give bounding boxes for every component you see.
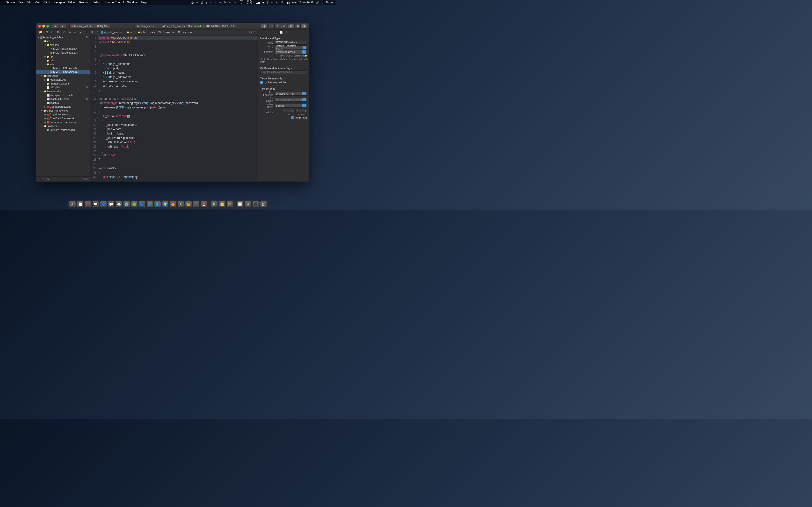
- toggle-inspectors-button[interactable]: ◨: [301, 24, 307, 29]
- status-graph-icon[interactable]: ▁▃▅: [254, 1, 260, 4]
- disclosure-icon[interactable]: ▼: [41, 110, 43, 112]
- tree-row[interactable]: ⚙️keynote_watcher.app: [36, 128, 90, 132]
- editor-standard-button[interactable]: {}: [261, 24, 267, 29]
- debug-navigator-tab[interactable]: ⏛: [74, 31, 76, 34]
- disclosure-icon[interactable]: ▶: [44, 106, 46, 108]
- status-fan-icon[interactable]: ✳︎: [196, 1, 198, 4]
- project-navigator-tab[interactable]: 📁: [39, 31, 42, 34]
- disclosure-icon[interactable]: ▼: [37, 36, 40, 38]
- status-battery2-icon[interactable]: ▯: [322, 1, 323, 4]
- status-wifi-icon[interactable]: ⌔: [271, 1, 273, 4]
- window-close-button[interactable]: [38, 25, 41, 27]
- activity-warning-badge[interactable]: ⚠ 1: [230, 25, 235, 27]
- dock-item[interactable]: 💬: [93, 201, 99, 207]
- dock-item[interactable]: ⬛: [253, 201, 259, 207]
- dock-item[interactable]: A: [177, 201, 184, 207]
- tree-row[interactable]: ▼📁Products: [36, 124, 90, 128]
- menu-scm[interactable]: Source Control: [105, 1, 124, 4]
- menu-edit[interactable]: Edit: [27, 1, 32, 4]
- lineendings-popup[interactable]: No Explicit Line Endings⌃⌄: [275, 98, 307, 102]
- navigator-filter-input[interactable]: [45, 178, 81, 180]
- status-cloud-icon[interactable]: ☁︎: [229, 1, 231, 4]
- tree-row[interactable]: ▶🧰Foundation.framework: [36, 120, 90, 124]
- menu-navigate[interactable]: Navigate: [53, 1, 65, 4]
- tree-row[interactable]: ▶📁ftp: [36, 55, 90, 58]
- toggle-debug-button[interactable]: ⬓: [294, 24, 301, 29]
- status-weather-icon[interactable]: ☁︎: [275, 1, 278, 4]
- disclosure-icon[interactable]: ▼: [41, 75, 43, 77]
- tree-row[interactable]: ⬜libssh.4.4.2.dylibM: [36, 97, 90, 101]
- dock-item[interactable]: 🔵: [139, 201, 145, 207]
- scm-navigator-tab[interactable]: ⊞: [46, 31, 48, 34]
- status-timemachine-icon[interactable]: ↻: [224, 1, 226, 4]
- dock-item[interactable]: 🟢: [131, 201, 138, 207]
- jumpbar-crumb-project[interactable]: 📘keynote_watcher: [101, 31, 122, 34]
- dock-item[interactable]: 🗑: [260, 201, 266, 207]
- dock-item[interactable]: 🌐: [154, 201, 161, 207]
- status-music-icon[interactable]: ♫: [215, 1, 216, 4]
- tree-row[interactable]: 📁misc: [36, 58, 90, 62]
- toggle-navigator-button[interactable]: ◧: [288, 24, 294, 29]
- status-list-icon[interactable]: ≡: [331, 1, 333, 4]
- folder-icon[interactable]: 📁: [304, 55, 307, 57]
- quickhelp-inspector-tab[interactable]: ?: [286, 31, 288, 34]
- add-icon[interactable]: ＋: [38, 177, 40, 181]
- status-display-icon[interactable]: ▭: [234, 1, 236, 4]
- dock-item[interactable]: 📒: [219, 201, 225, 207]
- scheme-selector[interactable]: ◑ keynote_watcher 〉 🖥 My Mac: [69, 24, 110, 29]
- tree-row[interactable]: ▼📁src: [36, 39, 90, 43]
- status-volume-icon[interactable]: 🔊: [316, 1, 319, 4]
- dock-item[interactable]: 🌐: [147, 201, 153, 207]
- dock-item[interactable]: 📊: [237, 201, 243, 207]
- source-editor[interactable]: 1234567891011121314151617181920212223242…: [90, 35, 258, 181]
- dock-item[interactable]: 🌍: [162, 201, 168, 207]
- target-checkbox[interactable]: ✓: [260, 81, 263, 84]
- status-temp[interactable]: 18°: [280, 1, 285, 4]
- tree-row[interactable]: 📁Images.xcassets: [36, 81, 90, 86]
- dock-item[interactable]: 🖥: [211, 201, 217, 207]
- location-popup[interactable]: Relative to Group⌃⌄: [275, 50, 307, 54]
- tree-row[interactable]: ▼📁resources: [36, 74, 90, 78]
- disclosure-icon[interactable]: ▶: [44, 121, 46, 123]
- related-items-icon[interactable]: ⊞: [91, 31, 93, 34]
- jumpbar-crumb-src[interactable]: 📁src: [126, 31, 133, 34]
- name-field[interactable]: MMGSSHSession.m: [275, 41, 307, 45]
- jumpbar-crumb-ssh[interactable]: 📁ssh: [138, 31, 145, 34]
- symbol-navigator-tab[interactable]: ◇: [51, 31, 53, 34]
- status-spotlight-icon[interactable]: 🔍: [325, 1, 329, 4]
- file-inspector-tab[interactable]: 📄: [280, 31, 283, 34]
- tab-width-stepper[interactable]: 4▲▼: [282, 109, 294, 113]
- issue-navigator-tab[interactable]: ⚠: [63, 31, 65, 34]
- editor-assistant-button[interactable]: ≡: [268, 24, 274, 29]
- scm-filter-icon[interactable]: ⊟: [86, 178, 88, 180]
- find-navigator-tab[interactable]: 🔍: [57, 31, 60, 34]
- menu-find[interactable]: Find: [45, 1, 50, 4]
- indent-width-stepper[interactable]: 4▲▼: [295, 109, 307, 113]
- status-brightness-icon[interactable]: ☀︎: [219, 1, 221, 4]
- tree-row[interactable]: mMMGSSHSession.m: [36, 70, 90, 74]
- dock-item[interactable]: A: [69, 201, 75, 207]
- nav-back-button[interactable]: 〈: [94, 31, 97, 34]
- app-menu[interactable]: Xcode: [6, 1, 15, 4]
- tree-row[interactable]: ▶🧰Cocoa.framework: [36, 105, 90, 109]
- editor-related-button[interactable]: ↩︎: [281, 24, 287, 29]
- test-navigator-tab[interactable]: ◈: [69, 31, 71, 34]
- stop-button[interactable]: ■: [59, 24, 66, 29]
- wrap-lines-checkbox[interactable]: ✓: [291, 116, 294, 119]
- status-datetime[interactable]: mer. 13 juin 16:31: [292, 1, 313, 4]
- disclosure-icon[interactable]: ▶: [44, 117, 46, 119]
- disclosure-icon[interactable]: ▶: [44, 79, 46, 81]
- disclosure-icon[interactable]: ▶: [44, 113, 46, 116]
- tree-row[interactable]: mMMGAppDelegate.m: [36, 51, 90, 55]
- dock-item[interactable]: 🍊: [185, 201, 192, 207]
- disclosure-icon[interactable]: ▼: [44, 63, 46, 65]
- status-battery-icon[interactable]: ▮▯: [287, 1, 290, 4]
- tree-row[interactable]: ▼📁classes: [36, 43, 90, 47]
- report-navigator-tab[interactable]: ☰: [85, 31, 87, 34]
- disclosure-icon[interactable]: ▼: [41, 40, 43, 42]
- menu-file[interactable]: File: [18, 1, 23, 4]
- menu-view[interactable]: View: [35, 1, 41, 4]
- window-zoom-button[interactable]: [46, 25, 49, 27]
- activity-viewer[interactable]: keynote_watcher | Build keynote_watcher:…: [134, 24, 237, 29]
- menu-help[interactable]: Help: [141, 1, 147, 4]
